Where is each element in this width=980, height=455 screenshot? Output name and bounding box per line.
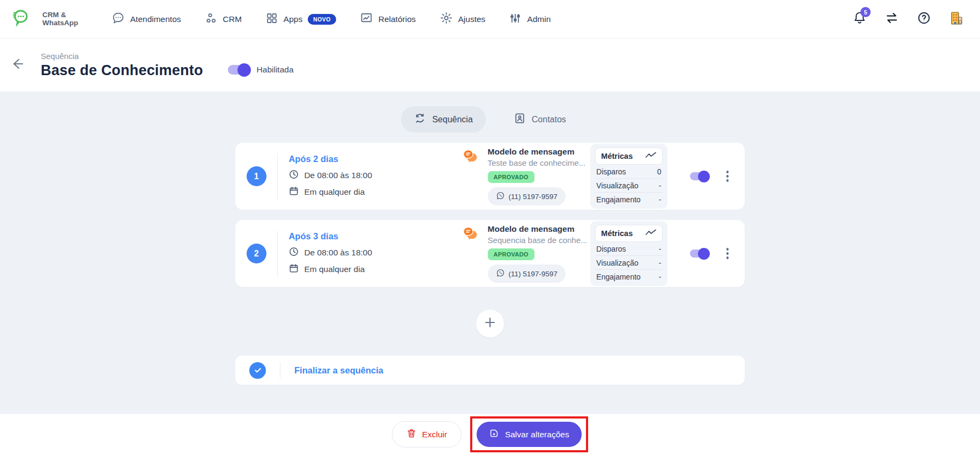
whatsapp-chat-logo-icon <box>13 8 38 31</box>
arrow-left-icon <box>10 56 26 74</box>
divider <box>277 231 278 277</box>
whatsapp-phone-pill[interactable]: (11) 5197-9597 <box>488 187 566 206</box>
delete-label: Excluir <box>422 430 447 439</box>
metric-value: - <box>659 259 662 267</box>
chat-bubble-icon <box>112 11 125 27</box>
nav-item-crm[interactable]: CRM <box>205 12 242 27</box>
orange-messages-icon <box>461 224 481 283</box>
add-step-button[interactable] <box>476 310 504 337</box>
step-menu-button[interactable] <box>724 246 731 261</box>
metrics-box: Métricas Disparos - Visualização - Engaj… <box>590 221 667 286</box>
step-enabled-toggle[interactable] <box>690 172 708 180</box>
metric-label: Visualização <box>596 259 638 267</box>
step-number-badge: 1 <box>247 166 266 186</box>
add-step-wrap <box>0 310 980 337</box>
nav-item-relatorios[interactable]: Relatórios <box>360 11 416 27</box>
day-window-row: Em qualquer dia <box>288 263 409 276</box>
step-number-badge: 2 <box>247 244 266 263</box>
template-title: Modelo de mensagem <box>488 224 588 234</box>
schedule-column: Após 2 dias De 08:00 às 18:00 Em qualque… <box>288 154 409 199</box>
sequence-step-card: 2 Após 3 dias De 08:00 às 18:00 Em qualq… <box>235 220 745 287</box>
time-window-text: De 08:00 às 18:00 <box>304 171 372 180</box>
day-window-text: Em qualquer dia <box>304 187 365 197</box>
metric-value: 0 <box>657 167 662 176</box>
metric-row: Engajamento - <box>595 270 662 283</box>
calendar-icon <box>288 263 299 276</box>
back-button[interactable] <box>10 56 26 74</box>
help-button[interactable] <box>917 11 931 27</box>
divider <box>277 153 278 200</box>
nav-item-admin[interactable]: Admin <box>509 12 551 27</box>
nav-label: Atendimentos <box>130 14 181 24</box>
step-enabled-toggle[interactable] <box>690 249 708 258</box>
metric-value: - <box>659 195 662 204</box>
nav-right-icons: 5 <box>852 11 964 28</box>
metric-value: - <box>659 273 662 281</box>
save-label: Salvar alterações <box>505 430 569 439</box>
metrics-title: Métricas <box>601 152 633 160</box>
company-button[interactable] <box>949 11 964 28</box>
toggle-knob <box>698 171 710 182</box>
metric-row: Visualização - <box>595 256 662 270</box>
title-block: Sequência Base de Conhecimento <box>41 52 203 79</box>
tab-sequencia[interactable]: Sequência <box>401 106 486 133</box>
nav-item-atendimentos[interactable]: Atendimentos <box>112 11 181 27</box>
toggle-knob <box>698 248 710 260</box>
delete-button[interactable]: Excluir <box>392 421 462 447</box>
nav-label: Ajustes <box>458 14 486 24</box>
time-window-row: De 08:00 às 18:00 <box>288 169 409 182</box>
trend-line-icon <box>645 151 657 161</box>
tab-label: Sequência <box>432 115 473 124</box>
finalize-sequence-card: Finalizar a sequência <box>235 356 745 385</box>
brand-logo[interactable]: CRM &WhatsApp <box>13 8 78 31</box>
nav-label: Relatórios <box>378 14 416 24</box>
notifications-button[interactable]: 5 <box>852 11 867 27</box>
tabs: Sequência Contatos <box>0 91 980 133</box>
metric-value: - <box>659 181 662 190</box>
nav-item-ajustes[interactable]: Ajustes <box>440 11 486 27</box>
report-chart-icon <box>360 11 373 27</box>
contact-card-icon <box>514 112 526 127</box>
plus-icon <box>484 316 496 331</box>
gear-icon <box>440 11 453 27</box>
tab-label: Contatos <box>532 115 566 124</box>
template-name: Teste base de conhecime... <box>488 158 586 167</box>
message-text-block: Modelo de mensagem Sequencia base de con… <box>488 224 588 283</box>
template-title: Modelo de mensagem <box>488 147 586 157</box>
metrics-header: Métricas <box>595 225 662 242</box>
metrics-title: Métricas <box>601 229 633 238</box>
novo-badge: NOVO <box>308 14 336 25</box>
message-column: Modelo de mensagem Teste base de conheci… <box>461 147 591 206</box>
calendar-icon <box>288 186 299 199</box>
whatsapp-phone-pill[interactable]: (11) 5197-9597 <box>488 265 566 283</box>
enabled-toggle-label: Habilitada <box>257 65 294 75</box>
template-name: Sequencia base de conhe... <box>488 236 588 245</box>
toggle-knob <box>237 63 251 77</box>
transfer-button[interactable] <box>885 11 899 27</box>
enabled-toggle[interactable] <box>228 65 249 75</box>
sliders-icon <box>509 12 522 27</box>
metrics-header: Métricas <box>595 148 662 165</box>
metric-label: Disparos <box>596 245 626 253</box>
nav-item-apps[interactable]: Apps NOVO <box>265 12 336 27</box>
step-menu-button[interactable] <box>724 168 731 184</box>
time-window-text: De 08:00 às 18:00 <box>304 248 372 258</box>
finalize-sequence-link[interactable]: Finalizar a sequência <box>294 365 383 376</box>
swap-arrows-icon <box>885 11 899 27</box>
tab-contatos[interactable]: Contatos <box>501 106 579 133</box>
delay-link[interactable]: Após 3 dias <box>288 231 409 241</box>
day-window-text: Em qualquer dia <box>304 265 365 274</box>
divider <box>280 362 280 378</box>
whatsapp-icon <box>496 268 505 279</box>
save-floppy-icon <box>489 428 499 441</box>
metric-row: Disparos 0 <box>595 165 662 179</box>
step-number-col: 2 <box>235 244 277 263</box>
nav-label: CRM <box>223 14 242 24</box>
screen: CRM &WhatsApp Atendimentos <box>0 0 980 455</box>
metric-row: Disparos - <box>595 242 662 256</box>
nav-label: Apps <box>284 14 302 24</box>
delay-link[interactable]: Após 2 dias <box>288 154 409 164</box>
page-header: Sequência Base de Conhecimento Habilitad… <box>0 39 980 91</box>
save-button[interactable]: Salvar alterações <box>477 422 582 447</box>
message-column: Modelo de mensagem Sequencia base de con… <box>461 224 591 283</box>
